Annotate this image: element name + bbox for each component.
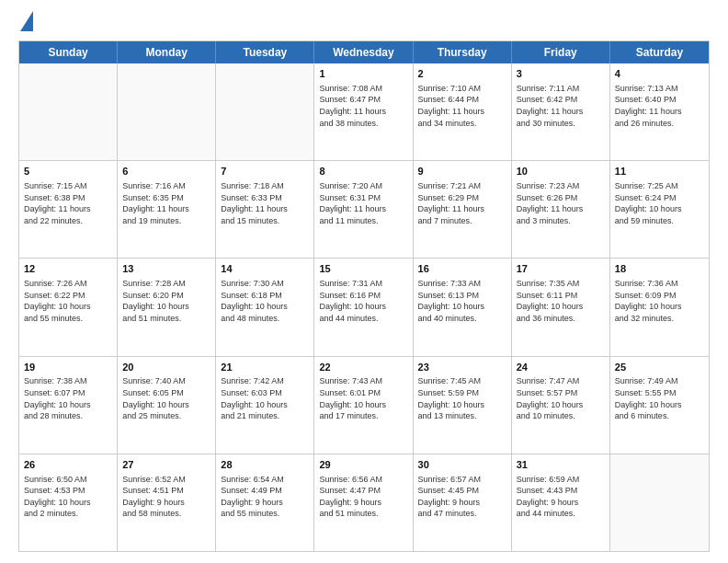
day-info: Sunrise: 7:40 AM Sunset: 6:05 PM Dayligh… — [122, 375, 210, 421]
day-info: Sunrise: 7:08 AM Sunset: 6:47 PM Dayligh… — [319, 83, 407, 129]
day-info: Sunrise: 7:49 AM Sunset: 5:55 PM Dayligh… — [615, 375, 704, 421]
calendar-cell-0-0 — [19, 63, 118, 160]
day-info: Sunrise: 7:25 AM Sunset: 6:24 PM Dayligh… — [615, 180, 704, 226]
day-info: Sunrise: 7:43 AM Sunset: 6:01 PM Dayligh… — [319, 375, 407, 421]
calendar-cell-1-4: 9Sunrise: 7:21 AM Sunset: 6:29 PM Daylig… — [414, 161, 512, 258]
day-info: Sunrise: 7:31 AM Sunset: 6:16 PM Dayligh… — [319, 278, 407, 324]
calendar-cell-4-6 — [610, 454, 709, 551]
day-number: 7 — [221, 165, 309, 178]
calendar-cell-2-3: 15Sunrise: 7:31 AM Sunset: 6:16 PM Dayli… — [314, 259, 413, 355]
day-number: 10 — [517, 165, 605, 178]
day-number: 22 — [319, 361, 407, 374]
calendar-cell-4-0: 26Sunrise: 6:50 AM Sunset: 4:53 PM Dayli… — [19, 454, 118, 551]
calendar-cell-2-1: 13Sunrise: 7:28 AM Sunset: 6:20 PM Dayli… — [118, 259, 216, 355]
day-info: Sunrise: 7:10 AM Sunset: 6:44 PM Dayligh… — [418, 83, 506, 129]
day-info: Sunrise: 6:54 AM Sunset: 4:49 PM Dayligh… — [221, 474, 309, 520]
day-number: 15 — [319, 262, 407, 276]
day-number: 16 — [418, 262, 506, 276]
calendar-cell-3-3: 22Sunrise: 7:43 AM Sunset: 6:01 PM Dayli… — [314, 357, 413, 454]
day-number: 1 — [319, 67, 407, 81]
day-info: Sunrise: 7:33 AM Sunset: 6:13 PM Dayligh… — [418, 278, 506, 324]
logo-triangle-icon — [20, 11, 33, 31]
calendar-cell-3-6: 25Sunrise: 7:49 AM Sunset: 5:55 PM Dayli… — [610, 357, 709, 454]
header-day-thursday: Thursday — [414, 41, 512, 63]
day-info: Sunrise: 7:26 AM Sunset: 6:22 PM Dayligh… — [24, 278, 112, 324]
day-number: 23 — [418, 361, 506, 374]
day-number: 5 — [24, 165, 112, 178]
calendar-cell-0-5: 3Sunrise: 7:11 AM Sunset: 6:42 PM Daylig… — [512, 63, 610, 160]
logo — [18, 15, 33, 31]
calendar-cell-2-4: 16Sunrise: 7:33 AM Sunset: 6:13 PM Dayli… — [414, 259, 512, 355]
calendar-cell-1-5: 10Sunrise: 7:23 AM Sunset: 6:26 PM Dayli… — [512, 161, 610, 258]
calendar-cell-4-4: 30Sunrise: 6:57 AM Sunset: 4:45 PM Dayli… — [414, 454, 512, 551]
calendar-cell-1-0: 5Sunrise: 7:15 AM Sunset: 6:38 PM Daylig… — [19, 161, 118, 258]
day-number: 29 — [319, 458, 407, 472]
header-day-wednesday: Wednesday — [314, 41, 413, 63]
calendar-row-0: 1Sunrise: 7:08 AM Sunset: 6:47 PM Daylig… — [19, 63, 709, 161]
day-info: Sunrise: 7:47 AM Sunset: 5:57 PM Dayligh… — [517, 375, 605, 421]
day-number: 9 — [418, 165, 506, 178]
calendar-cell-0-4: 2Sunrise: 7:10 AM Sunset: 6:44 PM Daylig… — [414, 63, 512, 160]
day-info: Sunrise: 7:13 AM Sunset: 6:40 PM Dayligh… — [615, 83, 704, 129]
day-info: Sunrise: 7:42 AM Sunset: 6:03 PM Dayligh… — [221, 375, 309, 421]
day-number: 28 — [221, 458, 309, 472]
day-number: 20 — [122, 361, 210, 374]
calendar-cell-0-3: 1Sunrise: 7:08 AM Sunset: 6:47 PM Daylig… — [314, 63, 413, 160]
calendar-cell-3-1: 20Sunrise: 7:40 AM Sunset: 6:05 PM Dayli… — [118, 357, 216, 454]
calendar: SundayMondayTuesdayWednesdayThursdayFrid… — [18, 40, 710, 552]
calendar-cell-4-1: 27Sunrise: 6:52 AM Sunset: 4:51 PM Dayli… — [118, 454, 216, 551]
calendar-row-3: 19Sunrise: 7:38 AM Sunset: 6:07 PM Dayli… — [19, 357, 709, 454]
day-info: Sunrise: 7:15 AM Sunset: 6:38 PM Dayligh… — [24, 180, 112, 226]
day-number: 2 — [418, 67, 506, 81]
day-number: 3 — [517, 67, 605, 81]
day-info: Sunrise: 7:45 AM Sunset: 5:59 PM Dayligh… — [418, 375, 506, 421]
header — [18, 15, 710, 31]
day-info: Sunrise: 7:28 AM Sunset: 6:20 PM Dayligh… — [122, 278, 210, 324]
header-day-sunday: Sunday — [19, 41, 118, 63]
day-number: 12 — [24, 262, 112, 276]
calendar-cell-1-3: 8Sunrise: 7:20 AM Sunset: 6:31 PM Daylig… — [314, 161, 413, 258]
calendar-cell-4-2: 28Sunrise: 6:54 AM Sunset: 4:49 PM Dayli… — [216, 454, 314, 551]
day-info: Sunrise: 6:59 AM Sunset: 4:43 PM Dayligh… — [517, 474, 605, 520]
header-day-tuesday: Tuesday — [216, 41, 314, 63]
calendar-row-4: 26Sunrise: 6:50 AM Sunset: 4:53 PM Dayli… — [19, 454, 709, 551]
day-info: Sunrise: 6:57 AM Sunset: 4:45 PM Dayligh… — [418, 474, 506, 520]
day-number: 21 — [221, 361, 309, 374]
calendar-cell-4-5: 31Sunrise: 6:59 AM Sunset: 4:43 PM Dayli… — [512, 454, 610, 551]
calendar-cell-4-3: 29Sunrise: 6:56 AM Sunset: 4:47 PM Dayli… — [314, 454, 413, 551]
day-number: 18 — [615, 262, 704, 276]
day-number: 6 — [122, 165, 210, 178]
calendar-cell-0-1 — [118, 63, 216, 160]
day-number: 13 — [122, 262, 210, 276]
calendar-cell-3-2: 21Sunrise: 7:42 AM Sunset: 6:03 PM Dayli… — [216, 357, 314, 454]
day-info: Sunrise: 7:16 AM Sunset: 6:35 PM Dayligh… — [122, 180, 210, 226]
calendar-row-1: 5Sunrise: 7:15 AM Sunset: 6:38 PM Daylig… — [19, 161, 709, 259]
calendar-header: SundayMondayTuesdayWednesdayThursdayFrid… — [19, 41, 709, 63]
calendar-cell-3-0: 19Sunrise: 7:38 AM Sunset: 6:07 PM Dayli… — [19, 357, 118, 454]
calendar-cell-3-4: 23Sunrise: 7:45 AM Sunset: 5:59 PM Dayli… — [414, 357, 512, 454]
day-info: Sunrise: 7:30 AM Sunset: 6:18 PM Dayligh… — [221, 278, 309, 324]
day-number: 14 — [221, 262, 309, 276]
header-day-monday: Monday — [118, 41, 216, 63]
day-number: 8 — [319, 165, 407, 178]
day-info: Sunrise: 7:20 AM Sunset: 6:31 PM Dayligh… — [319, 180, 407, 226]
day-info: Sunrise: 7:35 AM Sunset: 6:11 PM Dayligh… — [517, 278, 605, 324]
calendar-cell-1-1: 6Sunrise: 7:16 AM Sunset: 6:35 PM Daylig… — [118, 161, 216, 258]
calendar-cell-1-6: 11Sunrise: 7:25 AM Sunset: 6:24 PM Dayli… — [610, 161, 709, 258]
day-number: 30 — [418, 458, 506, 472]
header-day-saturday: Saturday — [610, 41, 709, 63]
calendar-cell-0-6: 4Sunrise: 7:13 AM Sunset: 6:40 PM Daylig… — [610, 63, 709, 160]
day-number: 11 — [615, 165, 704, 178]
header-day-friday: Friday — [512, 41, 610, 63]
calendar-cell-2-6: 18Sunrise: 7:36 AM Sunset: 6:09 PM Dayli… — [610, 259, 709, 355]
calendar-cell-2-2: 14Sunrise: 7:30 AM Sunset: 6:18 PM Dayli… — [216, 259, 314, 355]
calendar-cell-1-2: 7Sunrise: 7:18 AM Sunset: 6:33 PM Daylig… — [216, 161, 314, 258]
calendar-cell-2-5: 17Sunrise: 7:35 AM Sunset: 6:11 PM Dayli… — [512, 259, 610, 355]
day-number: 27 — [122, 458, 210, 472]
day-number: 25 — [615, 361, 704, 374]
calendar-cell-0-2 — [216, 63, 314, 160]
day-info: Sunrise: 6:52 AM Sunset: 4:51 PM Dayligh… — [122, 474, 210, 520]
day-number: 4 — [615, 67, 704, 81]
day-info: Sunrise: 7:21 AM Sunset: 6:29 PM Dayligh… — [418, 180, 506, 226]
day-number: 31 — [517, 458, 605, 472]
